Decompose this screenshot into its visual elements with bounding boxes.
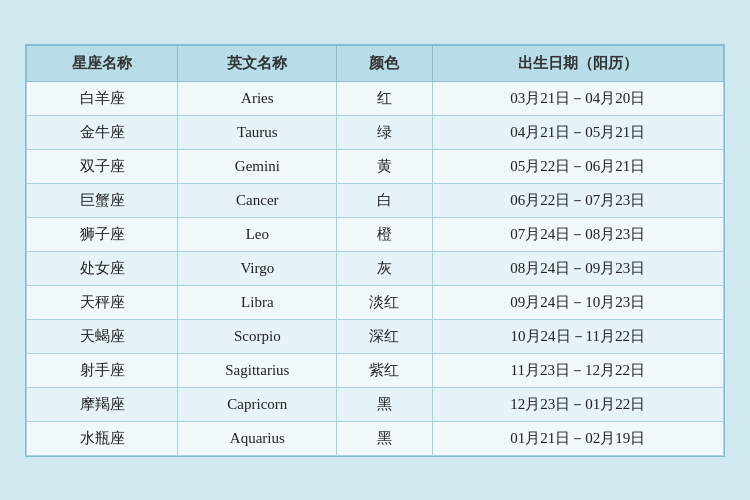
table-cell: Aquarius [178, 421, 337, 455]
table-row: 射手座Sagittarius紫红11月23日－12月22日 [27, 353, 724, 387]
table-header-cell: 星座名称 [27, 45, 178, 81]
table-cell: Scorpio [178, 319, 337, 353]
table-cell: 04月21日－05月21日 [432, 115, 723, 149]
table-cell: 射手座 [27, 353, 178, 387]
table-cell: Libra [178, 285, 337, 319]
table-cell: Sagittarius [178, 353, 337, 387]
table-cell: 狮子座 [27, 217, 178, 251]
zodiac-table-container: 星座名称英文名称颜色出生日期（阳历） 白羊座Aries红03月21日－04月20… [25, 44, 725, 457]
table-row: 金牛座Taurus绿04月21日－05月21日 [27, 115, 724, 149]
table-cell: 09月24日－10月23日 [432, 285, 723, 319]
table-cell: Taurus [178, 115, 337, 149]
table-cell: 红 [337, 81, 432, 115]
table-cell: 11月23日－12月22日 [432, 353, 723, 387]
table-cell: 黑 [337, 387, 432, 421]
table-row: 白羊座Aries红03月21日－04月20日 [27, 81, 724, 115]
table-cell: 天蝎座 [27, 319, 178, 353]
table-cell: 08月24日－09月23日 [432, 251, 723, 285]
table-cell: 巨蟹座 [27, 183, 178, 217]
table-cell: 深红 [337, 319, 432, 353]
table-cell: 黑 [337, 421, 432, 455]
table-row: 狮子座Leo橙07月24日－08月23日 [27, 217, 724, 251]
table-cell: 01月21日－02月19日 [432, 421, 723, 455]
table-row: 处女座Virgo灰08月24日－09月23日 [27, 251, 724, 285]
table-cell: Capricorn [178, 387, 337, 421]
table-cell: 白 [337, 183, 432, 217]
table-cell: 黄 [337, 149, 432, 183]
table-cell: 07月24日－08月23日 [432, 217, 723, 251]
table-cell: 白羊座 [27, 81, 178, 115]
table-cell: Gemini [178, 149, 337, 183]
table-cell: 橙 [337, 217, 432, 251]
table-header-cell: 出生日期（阳历） [432, 45, 723, 81]
table-cell: Aries [178, 81, 337, 115]
table-row: 摩羯座Capricorn黑12月23日－01月22日 [27, 387, 724, 421]
table-cell: 摩羯座 [27, 387, 178, 421]
table-cell: 12月23日－01月22日 [432, 387, 723, 421]
table-cell: Leo [178, 217, 337, 251]
table-cell: 06月22日－07月23日 [432, 183, 723, 217]
table-cell: 绿 [337, 115, 432, 149]
table-row: 天秤座Libra淡红09月24日－10月23日 [27, 285, 724, 319]
table-row: 双子座Gemini黄05月22日－06月21日 [27, 149, 724, 183]
table-header-row: 星座名称英文名称颜色出生日期（阳历） [27, 45, 724, 81]
table-cell: 紫红 [337, 353, 432, 387]
table-cell: 天秤座 [27, 285, 178, 319]
table-header-cell: 英文名称 [178, 45, 337, 81]
table-header-cell: 颜色 [337, 45, 432, 81]
table-row: 天蝎座Scorpio深红10月24日－11月22日 [27, 319, 724, 353]
table-cell: Virgo [178, 251, 337, 285]
table-row: 水瓶座Aquarius黑01月21日－02月19日 [27, 421, 724, 455]
table-row: 巨蟹座Cancer白06月22日－07月23日 [27, 183, 724, 217]
table-cell: 处女座 [27, 251, 178, 285]
table-body: 白羊座Aries红03月21日－04月20日金牛座Taurus绿04月21日－0… [27, 81, 724, 455]
table-cell: 10月24日－11月22日 [432, 319, 723, 353]
table-cell: 灰 [337, 251, 432, 285]
table-cell: 金牛座 [27, 115, 178, 149]
table-cell: 双子座 [27, 149, 178, 183]
table-cell: 03月21日－04月20日 [432, 81, 723, 115]
table-cell: Cancer [178, 183, 337, 217]
table-cell: 水瓶座 [27, 421, 178, 455]
table-cell: 淡红 [337, 285, 432, 319]
table-cell: 05月22日－06月21日 [432, 149, 723, 183]
zodiac-table: 星座名称英文名称颜色出生日期（阳历） 白羊座Aries红03月21日－04月20… [26, 45, 724, 456]
